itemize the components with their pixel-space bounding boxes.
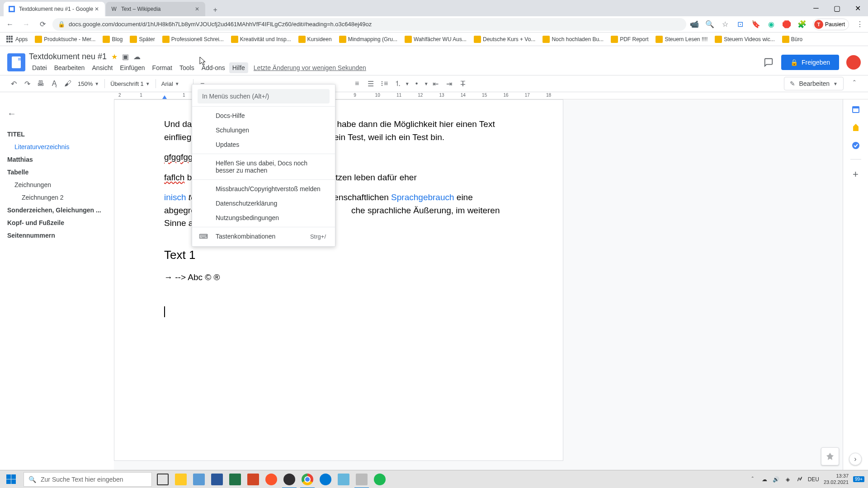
zoom-select[interactable]: 150% ▼: [75, 80, 102, 87]
bookmark-item[interactable]: Steuern Videos wic...: [712, 34, 778, 45]
menu-hilfe[interactable]: Hilfe: [229, 62, 248, 73]
minimize-icon[interactable]: ─: [806, 0, 826, 16]
powerpoint-icon[interactable]: [244, 470, 262, 488]
indent-marker[interactable]: [162, 95, 167, 99]
outline-item[interactable]: Tabelle: [7, 166, 107, 178]
bookmark-item[interactable]: Apps: [4, 34, 30, 45]
heading[interactable]: Text 1: [164, 248, 519, 262]
star-icon[interactable]: ☆: [721, 20, 730, 29]
outline-close-icon[interactable]: ←: [7, 108, 107, 119]
edge-icon[interactable]: [316, 470, 335, 488]
calendar-icon[interactable]: [851, 105, 860, 114]
close-icon[interactable]: ✕: [193, 5, 201, 13]
redo-icon[interactable]: ↷: [21, 77, 33, 90]
menu-icon[interactable]: ⋮: [855, 20, 864, 29]
outline-item[interactable]: Sonderzeichen, Gleichungen ...: [7, 204, 107, 216]
bookmark-item[interactable]: Professionell Schrei...: [160, 34, 226, 45]
start-button[interactable]: [0, 470, 22, 488]
share-button[interactable]: 🔒 Freigeben: [781, 55, 839, 70]
search-icon[interactable]: 🔍: [705, 20, 714, 29]
outline-item[interactable]: Matthias: [7, 153, 107, 166]
help-menu-item[interactable]: Datenschutzerklärung: [192, 196, 335, 211]
reader-icon[interactable]: ⊡: [736, 20, 745, 29]
video-icon[interactable]: 📹: [690, 20, 699, 29]
menu-ansicht[interactable]: Ansicht: [89, 62, 116, 73]
word-icon[interactable]: [208, 470, 226, 488]
menu-datei[interactable]: Datei: [29, 62, 50, 73]
menu-einfügen[interactable]: Einfügen: [117, 62, 148, 73]
menu-format[interactable]: Format: [149, 62, 175, 73]
volume-icon[interactable]: 🔊: [773, 476, 780, 483]
browser-tab-active[interactable]: Textdokument neu #1 - Google ✕: [4, 2, 105, 16]
battery-icon[interactable]: 🗲: [796, 476, 803, 483]
page[interactable]: Und dann tippe ich einfach drauf los und…: [114, 99, 563, 461]
chevron-down-icon[interactable]: ▼: [405, 81, 410, 86]
tasks-icon[interactable]: [851, 141, 860, 150]
legacy-app-icon[interactable]: [190, 470, 208, 488]
align-justify-icon[interactable]: ☰: [364, 77, 377, 90]
numbered-list-icon[interactable]: ⒈: [392, 77, 404, 90]
bookmark-item[interactable]: Mindmapping (Gru...: [336, 34, 400, 45]
taskbar-search-input[interactable]: 🔍 Zur Suche Text hier eingeben: [24, 472, 152, 487]
browser-tab-inactive[interactable]: W Text – Wikipedia ✕: [106, 2, 205, 16]
star-icon[interactable]: ★: [111, 52, 118, 61]
align-center-icon[interactable]: ≡: [351, 77, 363, 90]
notifications-icon[interactable]: 99+: [853, 476, 864, 482]
bookmark-item[interactable]: Produktsuche - Mer...: [32, 34, 98, 45]
side-panel-collapse-icon[interactable]: ›: [849, 453, 862, 465]
line-spacing-icon[interactable]: ⫶≡: [378, 77, 391, 90]
paragraph[interactable]: → --> Abc © ®: [164, 271, 519, 284]
outline-item[interactable]: Seitennummern: [7, 229, 107, 242]
close-icon[interactable]: ✕: [847, 0, 868, 16]
file-explorer-icon[interactable]: [172, 470, 190, 488]
back-icon[interactable]: ←: [4, 18, 16, 31]
bookmark-item[interactable]: PDF Report: [608, 34, 651, 45]
help-menu-item[interactable]: ⌨TastenkombinationenStrg+/: [192, 229, 335, 244]
menu-search-input[interactable]: In Menüs suchen (Alt+/): [198, 89, 330, 103]
comments-icon[interactable]: [763, 57, 774, 68]
bookmark-item[interactable]: Steuern Lesen !!!!: [653, 34, 710, 45]
bookmark-item[interactable]: Später: [127, 34, 157, 45]
extensions-icon[interactable]: 🧩: [797, 20, 807, 29]
new-tab-button[interactable]: +: [209, 4, 222, 16]
outline-item[interactable]: Zeichnungen 2: [7, 191, 107, 204]
close-icon[interactable]: ✕: [93, 5, 100, 13]
docs-logo-icon[interactable]: [7, 53, 25, 71]
spotify-icon[interactable]: [371, 470, 389, 488]
outline-item[interactable]: Zeichnungen: [7, 178, 107, 191]
reload-icon[interactable]: ⟳: [36, 18, 49, 31]
cloud-icon[interactable]: ☁: [761, 476, 768, 483]
edit-mode-select[interactable]: ✎ Bearbeiten ▼: [784, 77, 844, 90]
outline-item[interactable]: TITEL: [7, 128, 107, 141]
menu-bearbeiten[interactable]: Bearbeiten: [51, 62, 88, 73]
help-menu-item[interactable]: Schulungen: [192, 123, 335, 137]
bookmark-item[interactable]: Kursideen: [296, 34, 335, 45]
brave-icon[interactable]: [262, 470, 280, 488]
spellcheck-icon[interactable]: Ą: [48, 77, 61, 90]
explore-button[interactable]: [821, 447, 839, 465]
outline-item[interactable]: Literaturverzeichnis: [7, 141, 107, 153]
user-avatar[interactable]: [846, 55, 861, 70]
help-menu-item[interactable]: Nutzungsbedingungen: [192, 211, 335, 225]
paint-format-icon[interactable]: 🖌: [61, 77, 74, 90]
chrome-icon[interactable]: [298, 470, 316, 488]
bookmark-item[interactable]: Deutsche Kurs + Vo...: [471, 34, 538, 45]
url-input[interactable]: 🔒 docs.google.com/document/d/1hUH8k6h7Lb…: [52, 18, 686, 31]
help-menu-item[interactable]: Docs-Hilfe: [192, 108, 335, 123]
bookmark-item[interactable]: Noch hochladen Bu...: [540, 34, 606, 45]
help-menu-item[interactable]: Helfen Sie uns dabei, Docs noch besser z…: [192, 156, 335, 178]
network-icon[interactable]: ◈: [784, 476, 792, 483]
menu-tools[interactable]: Tools: [176, 62, 198, 73]
move-icon[interactable]: ▣: [122, 52, 129, 61]
bookmark-item[interactable]: Büro: [779, 34, 805, 45]
bullet-list-icon[interactable]: •: [410, 77, 423, 90]
help-menu-item[interactable]: Missbrauch/Copyrightverstoß melden: [192, 182, 335, 196]
profile-chip[interactable]: T Pausiert: [813, 19, 849, 30]
cloud-saved-icon[interactable]: ☁: [133, 52, 141, 61]
help-menu-item[interactable]: Updates: [192, 137, 335, 152]
obs-icon[interactable]: [280, 470, 298, 488]
bookmark-item[interactable]: Blog: [100, 34, 125, 45]
last-edit-link[interactable]: Letzte Änderung vor wenigen Sekunden: [254, 62, 366, 73]
excel-icon[interactable]: [226, 470, 244, 488]
camtasia-icon[interactable]: [353, 470, 371, 488]
